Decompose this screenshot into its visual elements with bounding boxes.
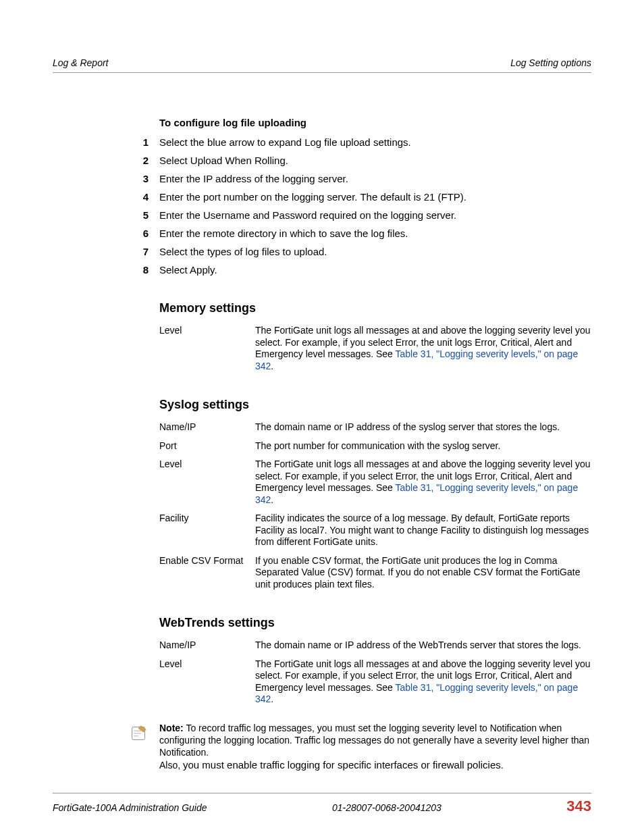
definition-row: PortThe port number for communication wi… [159,440,591,452]
step-number: 6 [131,228,159,239]
note-block: Note: To record traffic log messages, yo… [128,722,591,772]
definition-term: Name/IP [159,421,255,434]
step-text: Enter the remote directory in which to s… [159,228,591,239]
definition-term: Enable CSV Format [159,555,255,591]
definition-desc: If you enable CSV format, the FortiGate … [255,555,591,591]
procedure-steps: 1Select the blue arrow to expand Log fil… [159,136,591,276]
step-row: 5Enter the Username and Password require… [159,209,591,221]
definition-desc: The FortiGate unit logs all messages at … [255,459,591,506]
definition-desc: The FortiGate unit logs all messages at … [255,658,591,706]
definition-term: Port [159,440,255,452]
note-text: Note: To record traffic log messages, yo… [159,722,591,772]
definition-term: Level [159,325,255,372]
syslog-heading: Syslog settings [159,398,591,412]
step-text: Select the types of log files to upload. [159,246,591,257]
note-icon [128,722,159,772]
step-row: 1Select the blue arrow to expand Log fil… [159,136,591,148]
step-text: Enter the port number on the logging ser… [159,191,591,203]
note-line1: To record traffic log messages, you must… [159,723,589,758]
cross-ref-link[interactable]: Table 31, "Logging severity levels," on … [255,482,578,505]
step-number: 3 [131,173,159,184]
step-number: 2 [131,155,159,166]
running-header: Log & Report Log Setting options [53,57,591,73]
header-right: Log Setting options [510,57,591,68]
page: Log & Report Log Setting options To conf… [0,0,644,834]
step-text: Select Apply. [159,264,591,276]
procedure-title: To configure log file uploading [159,117,591,128]
footer-center: 01-28007-0068-20041203 [332,802,441,813]
footer-left: FortiGate-100A Administration Guide [53,802,207,813]
definition-row: FacilityFacility indicates the source of… [159,513,591,548]
definition-desc: The domain name or IP address of the sys… [255,421,591,434]
webtrends-table: Name/IPThe domain name or IP address of … [159,640,591,706]
step-number: 7 [131,246,159,257]
definition-term: Facility [159,513,255,548]
content-column: To configure log file uploading 1Select … [159,117,591,772]
cross-ref-link[interactable]: Table 31, "Logging severity levels," on … [255,682,578,705]
step-number: 5 [131,209,159,221]
definition-row: Name/IPThe domain name or IP address of … [159,640,591,652]
footer: FortiGate-100A Administration Guide 01-2… [53,793,591,815]
definition-row: LevelThe FortiGate unit logs all message… [159,325,591,372]
step-number: 8 [131,264,159,276]
definition-term: Name/IP [159,640,255,652]
definition-desc: The port number for communication with t… [255,440,591,452]
step-row: 6Enter the remote directory in which to … [159,228,591,239]
memory-heading: Memory settings [159,301,591,315]
step-row: 2Select Upload When Rolling. [159,155,591,166]
definition-term: Level [159,459,255,506]
step-row: 7Select the types of log files to upload… [159,246,591,257]
cross-ref-link[interactable]: Table 31, "Logging severity levels," on … [255,348,578,371]
memory-table: LevelThe FortiGate unit logs all message… [159,325,591,372]
step-row: 3Enter the IP address of the logging ser… [159,173,591,184]
definition-row: LevelThe FortiGate unit logs all message… [159,459,591,506]
definition-row: LevelThe FortiGate unit logs all message… [159,658,591,706]
step-number: 1 [131,136,159,148]
page-number: 343 [566,798,591,815]
step-text: Enter the Username and Password required… [159,209,591,221]
step-row: 4Enter the port number on the logging se… [159,191,591,203]
definition-desc: The domain name or IP address of the Web… [255,640,591,652]
definition-desc: The FortiGate unit logs all messages at … [255,325,591,372]
step-row: 8Select Apply. [159,264,591,276]
header-left: Log & Report [53,57,109,68]
step-text: Select the blue arrow to expand Log file… [159,136,591,148]
definition-desc: Facility indicates the source of a log m… [255,513,591,548]
webtrends-heading: WebTrends settings [159,616,591,630]
definition-row: Enable CSV FormatIf you enable CSV forma… [159,555,591,591]
note-line2: you must enable traffic logging for spec… [183,759,504,771]
note-label: Note: [159,723,184,733]
step-number: 4 [131,191,159,203]
definition-row: Name/IPThe domain name or IP address of … [159,421,591,434]
syslog-table: Name/IPThe domain name or IP address of … [159,421,591,590]
step-text: Enter the IP address of the logging serv… [159,173,591,184]
definition-term: Level [159,658,255,706]
note-also: Also, [159,760,183,771]
step-text: Select Upload When Rolling. [159,155,591,166]
